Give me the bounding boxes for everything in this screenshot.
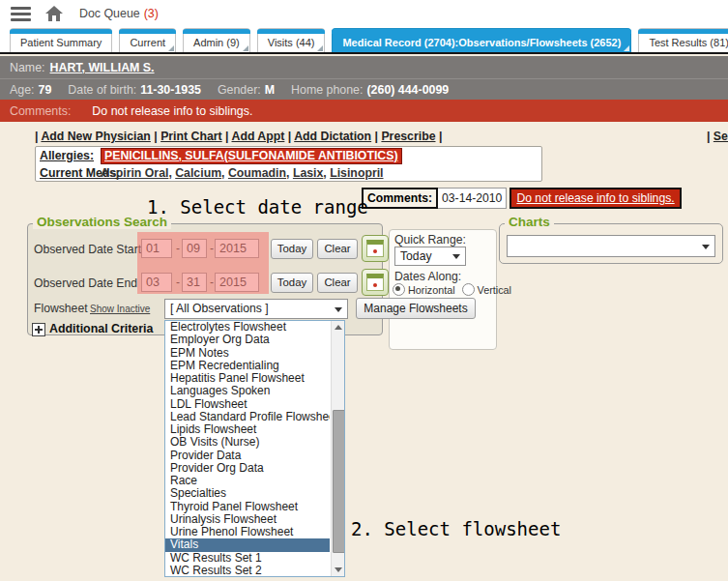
observed-date-start-label: Observed Date Start: [34, 243, 141, 256]
list-scrollbar: [331, 321, 344, 576]
end-year-input[interactable]: 2015: [215, 273, 259, 292]
scroll-down-icon[interactable]: [332, 565, 344, 576]
flowsheet-option[interactable]: Race: [165, 475, 330, 487]
manage-flowsheets-button[interactable]: Manage Flowsheets: [356, 298, 476, 319]
flowsheet-option[interactable]: Vitals: [165, 538, 330, 551]
tab[interactable]: Medical Record (2704):Observations/Flows…: [332, 28, 631, 52]
patient-name-link[interactable]: HART, WILLIAM S.: [50, 61, 155, 74]
quick-range-select[interactable]: Today: [394, 247, 466, 266]
flowsheet-option[interactable]: Provider Org Data: [165, 462, 330, 475]
start-month-input[interactable]: 01: [141, 239, 172, 258]
flowsheet-option[interactable]: WC Results Set 2: [165, 565, 330, 577]
current-meds-label[interactable]: Current Meds:: [40, 166, 98, 180]
tab[interactable]: Admin (9): [183, 28, 250, 52]
quick-link[interactable]: Add New Physician: [41, 130, 150, 143]
tab-label: Test Results (81): [649, 37, 728, 48]
flowsheet-option[interactable]: Urinalysis Flowsheet: [165, 513, 330, 526]
charts-legend: Charts: [505, 215, 554, 229]
med-link[interactable]: Aspirin Oral: [101, 166, 168, 180]
flowsheet-label: Flowsheet: [34, 302, 88, 315]
patient-name-bar: Name: HART, WILLIAM S.: [0, 56, 728, 78]
additional-criteria-label: Additional Criteria: [49, 322, 153, 335]
quick-range-label: Quick Range:: [394, 233, 466, 247]
quick-link[interactable]: Add Dictation: [294, 130, 371, 143]
age-value: 79: [39, 83, 52, 97]
tab[interactable]: Test Results (81): [638, 28, 728, 52]
dates-along-label: Dates Along:: [394, 270, 461, 283]
menu-icon[interactable]: [11, 7, 31, 21]
quick-links-row: Add New Physician Print Chart Add Appt A…: [35, 130, 442, 143]
search-link[interactable]: Search: [713, 130, 728, 143]
search-link-wrap: Search: [707, 130, 728, 143]
allergies-label[interactable]: Allergies:: [40, 149, 98, 162]
gender-value: M: [265, 83, 275, 97]
chart-comment-strip: Comments: 03-14-2010 Do not release info…: [362, 188, 682, 209]
age-label: Age:: [10, 83, 35, 97]
tab[interactable]: Current: [119, 28, 176, 52]
app-title: Doc Queue: [79, 7, 140, 20]
flowsheet-option[interactable]: EPM Recredentialing: [165, 360, 330, 372]
allergies-value[interactable]: PENICILLINS, SULFA(SULFONAMIDE ANTIBIOTI…: [101, 148, 402, 164]
flowsheet-option[interactable]: Electrolytes Flowsheet: [165, 321, 330, 334]
med-link[interactable]: Calcium: [175, 166, 221, 180]
home-icon[interactable]: [45, 6, 63, 21]
flowsheet-option[interactable]: Provider Data: [165, 450, 330, 462]
start-day-input[interactable]: 09: [182, 239, 207, 258]
scrollbar-thumb[interactable]: [333, 410, 345, 553]
scroll-up-icon[interactable]: [332, 321, 344, 333]
end-month-input[interactable]: 03: [141, 273, 172, 292]
tab-label: Patient Summary: [20, 37, 102, 48]
top-app-bar: Doc Queue (3): [0, 0, 728, 28]
horizontal-radio[interactable]: [393, 283, 405, 296]
flowsheet-option[interactable]: Lead Standard Profile Flowsheet: [165, 411, 330, 423]
tab[interactable]: Patient Summary: [10, 28, 112, 52]
flowsheet-option[interactable]: Hepatitis Panel Flowsheet: [165, 372, 330, 385]
flowsheet-dropdown-list: Electrolytes Flowsheet Employer Org Data…: [164, 320, 345, 577]
show-inactive-link[interactable]: Show Inactive: [90, 304, 150, 314]
tab[interactable]: Visits (44): [257, 28, 326, 52]
flowsheet-option[interactable]: Employer Org Data: [165, 334, 330, 346]
tab-label: Visits (44): [268, 37, 315, 48]
comment-strip-date[interactable]: 03-14-2010: [438, 188, 507, 209]
quick-link[interactable]: Add Appt: [232, 130, 285, 143]
main-content: Add New Physician Print Chart Add Appt A…: [0, 122, 728, 581]
end-today-button[interactable]: Today: [271, 273, 313, 293]
flowsheet-option[interactable]: Thyroid Panel Flowsheet: [165, 501, 330, 513]
quick-link[interactable]: Print Chart: [160, 130, 222, 143]
med-link[interactable]: Lasix: [293, 166, 323, 180]
comments-label: Comments:: [10, 104, 71, 118]
quick-link[interactable]: Prescribe: [381, 130, 435, 143]
date-separator: -: [210, 276, 214, 289]
date-separator: -: [210, 242, 214, 255]
end-clear-button[interactable]: Clear: [317, 273, 358, 293]
flowsheet-option[interactable]: Specialties: [165, 487, 330, 500]
dates-along-options: HorizontalVertical: [393, 283, 518, 296]
start-clear-button[interactable]: Clear: [317, 239, 358, 259]
comments-value: Do not release info to siblings.: [92, 104, 252, 118]
flowsheet-option[interactable]: Urine Phenol Flowsheet: [165, 526, 330, 538]
flowsheet-option[interactable]: Languages Spoken: [165, 385, 330, 397]
comment-strip-message[interactable]: Do not release info to siblings.: [510, 188, 681, 209]
med-link[interactable]: Coumadin: [228, 166, 286, 180]
flowsheet-option[interactable]: EPM Notes: [165, 347, 330, 360]
end-day-input[interactable]: 31: [182, 273, 207, 292]
charts-select[interactable]: [507, 235, 715, 257]
start-year-input[interactable]: 2015: [215, 239, 259, 258]
start-calendar-icon[interactable]: [362, 235, 389, 262]
phone-value: (260) 444-0099: [366, 83, 449, 97]
flowsheet-option[interactable]: Lipids Flowsheet: [165, 423, 330, 436]
flowsheet-option[interactable]: WC Results Set 1: [165, 552, 330, 565]
flowsheet-option[interactable]: LDL Flowsheet: [165, 398, 330, 411]
name-label: Name:: [10, 61, 45, 74]
additional-criteria-expander-icon[interactable]: [32, 323, 45, 336]
flowsheet-option[interactable]: OB Visits (Nurse): [165, 436, 330, 449]
annotation-step2: 2. Select flowsheet: [351, 518, 561, 539]
end-calendar-icon[interactable]: [362, 269, 389, 296]
med-link[interactable]: Lisinopril: [330, 166, 383, 180]
vertical-radio[interactable]: [462, 283, 475, 296]
flowsheet-select[interactable]: [ All Observations ]: [164, 299, 348, 319]
gender-label: Gender:: [218, 83, 261, 97]
current-meds-list: Aspirin Oral, Calcium, Coumadin, Lasix, …: [101, 166, 384, 180]
start-today-button[interactable]: Today: [271, 239, 313, 259]
comment-strip-label: Comments:: [362, 188, 438, 209]
